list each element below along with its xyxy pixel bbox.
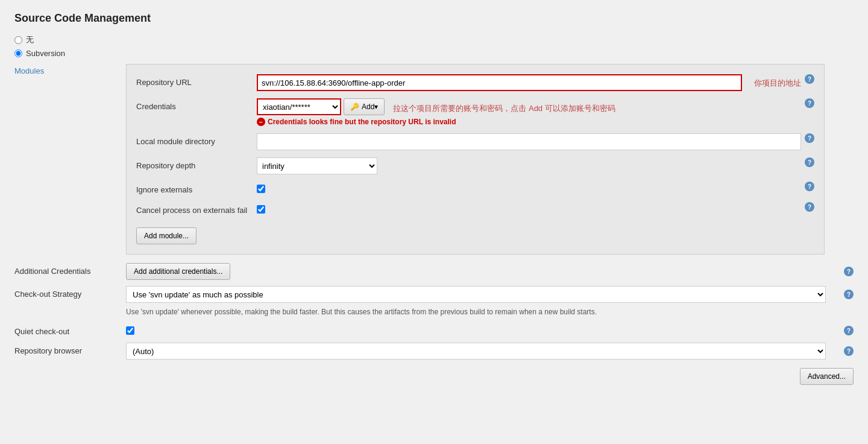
checkout-strategy-help-icon[interactable]: ?: [844, 290, 854, 299]
ignore-externals-row: Ignore externals ?: [136, 182, 814, 195]
error-circle-icon: −: [257, 118, 265, 126]
repo-depth-help-icon[interactable]: ?: [805, 157, 814, 167]
local-module-dir-input[interactable]: [257, 133, 801, 150]
cancel-on-fail-label: Cancel process on externals fail: [136, 202, 257, 215]
ignore-externals-label: Ignore externals: [136, 182, 257, 194]
cancel-on-fail-row: Cancel process on externals fail ?: [136, 202, 814, 215]
credentials-select[interactable]: xiaotian/******: [257, 98, 341, 115]
repo-depth-row: Repository depth infinity immediates fil…: [136, 157, 814, 174]
radio-svn[interactable]: [14, 49, 22, 57]
local-module-dir-help-icon[interactable]: ?: [805, 133, 814, 143]
local-module-dir-row: Local module directory ?: [136, 133, 814, 150]
credentials-help-icon[interactable]: ?: [805, 98, 814, 108]
cancel-on-fail-help-icon[interactable]: ?: [805, 202, 814, 212]
additional-credentials-help-icon[interactable]: ?: [844, 267, 854, 276]
quiet-checkout-checkbox[interactable]: [126, 326, 134, 335]
add-additional-credentials-button[interactable]: Add additional credentials...: [126, 263, 230, 280]
quiet-checkout-label: Quiet check-out: [14, 323, 126, 336]
repo-depth-label: Repository depth: [136, 157, 257, 170]
repo-url-input[interactable]: [257, 74, 742, 91]
additional-credentials-label: Additional Credentials: [14, 263, 126, 276]
advanced-button[interactable]: Advanced...: [800, 368, 854, 385]
checkout-strategy-note: Use 'svn update' whenever possible, maki…: [126, 306, 826, 317]
checkout-strategy-label: Check-out Strategy: [14, 286, 126, 299]
checkout-strategy-select[interactable]: Use 'svn update' as much as possible Alw…: [126, 286, 826, 303]
credentials-hint: 拉这个项目所需要的账号和密码，点击 Add 可以添加账号和密码: [393, 100, 615, 114]
repo-browser-select[interactable]: (Auto) Assembla CollabNet FishEye: [126, 343, 826, 360]
credentials-label: Credentials: [136, 98, 257, 111]
page-title: Source Code Management: [14, 12, 854, 25]
credentials-error: − Credentials looks fine but the reposit…: [257, 118, 801, 126]
repo-url-label: Repository URL: [136, 74, 257, 87]
local-module-dir-label: Local module directory: [136, 133, 257, 146]
repo-url-hint: 你项目的地址: [754, 74, 801, 89]
radio-none-label: 无: [26, 34, 34, 45]
credentials-row: Credentials xiaotian/****** 🔑 Add▾ 拉这个项目…: [136, 98, 814, 126]
quiet-checkout-help-icon[interactable]: ?: [844, 326, 854, 335]
credentials-add-button[interactable]: 🔑 Add▾: [344, 98, 385, 115]
ignore-externals-checkbox[interactable]: [257, 185, 265, 193]
repo-browser-label: Repository browser: [14, 343, 126, 355]
cancel-on-fail-checkbox[interactable]: [257, 205, 265, 214]
repo-depth-select[interactable]: infinity immediates files empty: [257, 157, 377, 174]
key-icon: 🔑: [350, 103, 359, 111]
add-module-button[interactable]: Add module...: [136, 227, 197, 244]
repo-url-help-icon[interactable]: ?: [805, 74, 814, 84]
repo-url-row: Repository URL 你项目的地址 ?: [136, 74, 814, 91]
radio-none[interactable]: [14, 36, 22, 44]
ignore-externals-help-icon[interactable]: ?: [805, 182, 814, 191]
repo-browser-help-icon[interactable]: ?: [844, 346, 854, 356]
radio-svn-label: Subversion: [26, 49, 65, 58]
modules-label: Modules: [14, 64, 126, 75]
